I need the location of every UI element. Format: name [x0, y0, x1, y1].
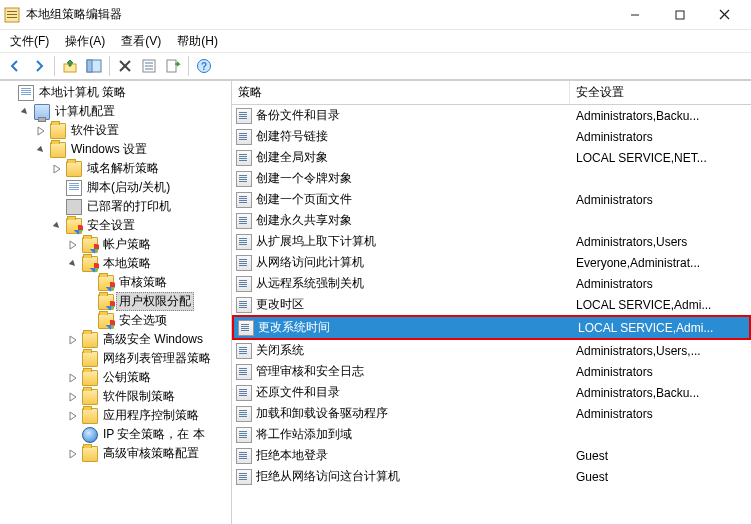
policy-name: 创建全局对象 — [256, 149, 328, 166]
policy-name: 从扩展坞上取下计算机 — [256, 233, 376, 250]
collapse-icon[interactable] — [50, 219, 64, 233]
policy-item-icon — [236, 192, 252, 208]
delete-button[interactable] — [114, 55, 136, 77]
tree-deployed-printers[interactable]: 已部署的打印机 — [50, 197, 231, 216]
list-body[interactable]: 备份文件和目录Administrators,Backu...创建符号链接Admi… — [232, 105, 751, 524]
tree-label: 高级安全 Windows — [100, 330, 206, 349]
tree-security-settings[interactable]: 安全设置 — [50, 216, 231, 235]
help-button[interactable]: ? — [193, 55, 215, 77]
folder-icon — [66, 161, 82, 177]
policy-row[interactable]: 拒绝本地登录Guest — [232, 445, 751, 466]
tree-advanced-audit[interactable]: 高级审核策略配置 — [66, 444, 231, 463]
tree-root[interactable]: 本地计算机 策略 — [2, 83, 231, 102]
tree-local-policies[interactable]: 本地策略 — [66, 254, 231, 273]
policy-item-icon — [236, 406, 252, 422]
tree-user-rights[interactable]: 用户权限分配 — [82, 292, 231, 311]
tree-label: 脚本(启动/关机) — [84, 178, 173, 197]
tree-software-restrict[interactable]: 软件限制策略 — [66, 387, 231, 406]
tree-audit-policy[interactable]: 审核策略 — [82, 273, 231, 292]
collapse-icon[interactable] — [34, 143, 48, 157]
column-header-security[interactable]: 安全设置 — [570, 81, 751, 104]
policy-setting: Administrators,Backu... — [570, 109, 751, 123]
menu-file[interactable]: 文件(F) — [4, 31, 55, 52]
folder-icon — [82, 237, 98, 253]
policy-row[interactable]: 备份文件和目录Administrators,Backu... — [232, 105, 751, 126]
expand-icon[interactable] — [50, 162, 64, 176]
tree-label: 网络列表管理器策略 — [100, 349, 214, 368]
policy-row[interactable]: 从远程系统强制关机Administrators — [232, 273, 751, 294]
menu-action[interactable]: 操作(A) — [59, 31, 111, 52]
policy-row[interactable]: 从扩展坞上取下计算机Administrators,Users — [232, 231, 751, 252]
policy-row[interactable]: 创建一个页面文件Administrators — [232, 189, 751, 210]
menu-view[interactable]: 查看(V) — [115, 31, 167, 52]
policy-row[interactable]: 管理审核和安全日志Administrators — [232, 361, 751, 382]
tree-network-list[interactable]: 网络列表管理器策略 — [66, 349, 231, 368]
tree-security-options[interactable]: 安全选项 — [82, 311, 231, 330]
policy-setting: Administrators,Users — [570, 235, 751, 249]
policy-row[interactable]: 更改时区LOCAL SERVICE,Admi... — [232, 294, 751, 315]
policy-row[interactable]: 关闭系统Administrators,Users,... — [232, 340, 751, 361]
tree-label: 域名解析策略 — [84, 159, 162, 178]
collapse-icon[interactable] — [66, 257, 80, 271]
policy-item-icon — [236, 171, 252, 187]
tree-pane[interactable]: 本地计算机 策略 计算机配置 软件设置 — [0, 81, 232, 524]
policy-row[interactable]: 创建一个令牌对象 — [232, 168, 751, 189]
up-button[interactable] — [59, 55, 81, 77]
tree-scripts[interactable]: 脚本(启动/关机) — [50, 178, 231, 197]
svg-rect-2 — [7, 14, 17, 15]
policy-setting: LOCAL SERVICE,Admi... — [572, 321, 749, 335]
tree-label: Windows 设置 — [68, 140, 150, 159]
client-area: 本地计算机 策略 计算机配置 软件设置 — [0, 80, 751, 524]
policy-item-icon — [236, 385, 252, 401]
policy-name: 拒绝本地登录 — [256, 447, 328, 464]
back-button[interactable] — [4, 55, 26, 77]
expand-icon[interactable] — [66, 238, 80, 252]
computer-icon — [34, 104, 50, 120]
tree-public-key[interactable]: 公钥策略 — [66, 368, 231, 387]
policy-name: 从远程系统强制关机 — [256, 275, 364, 292]
expand-icon[interactable] — [66, 371, 80, 385]
policy-row[interactable]: 将工作站添加到域 — [232, 424, 751, 445]
policy-row[interactable]: 更改系统时间LOCAL SERVICE,Admi... — [234, 317, 749, 338]
menu-help[interactable]: 帮助(H) — [171, 31, 224, 52]
export-button[interactable] — [162, 55, 184, 77]
policy-name: 拒绝从网络访问这台计算机 — [256, 468, 400, 485]
policy-item-icon — [236, 213, 252, 229]
properties-button[interactable] — [138, 55, 160, 77]
highlight-annotation: 更改系统时间LOCAL SERVICE,Admi... — [232, 315, 751, 340]
expand-icon[interactable] — [34, 124, 48, 138]
policy-row[interactable]: 创建全局对象LOCAL SERVICE,NET... — [232, 147, 751, 168]
column-header-policy[interactable]: 策略 — [232, 81, 570, 104]
policy-row[interactable]: 从网络访问此计算机Everyone,Administrat... — [232, 252, 751, 273]
tree-account-policies[interactable]: 帐户策略 — [66, 235, 231, 254]
tree-windows-settings[interactable]: Windows 设置 — [34, 140, 231, 159]
expand-icon[interactable] — [66, 333, 80, 347]
folder-icon — [82, 446, 98, 462]
expand-icon[interactable] — [66, 409, 80, 423]
toolbar: ? — [0, 52, 751, 80]
policy-setting: Guest — [570, 470, 751, 484]
minimize-button[interactable] — [612, 1, 657, 29]
maximize-button[interactable] — [657, 1, 702, 29]
tree-ip-security[interactable]: IP 安全策略，在 本 — [66, 425, 231, 444]
tree-computer-config[interactable]: 计算机配置 — [18, 102, 231, 121]
policy-row[interactable]: 创建永久共享对象 — [232, 210, 751, 231]
policy-setting: Administrators — [570, 277, 751, 291]
tree-dns-policy[interactable]: 域名解析策略 — [50, 159, 231, 178]
expand-icon[interactable] — [66, 447, 80, 461]
collapse-icon[interactable] — [18, 105, 32, 119]
policy-row[interactable]: 加载和卸载设备驱动程序Administrators — [232, 403, 751, 424]
close-button[interactable] — [702, 1, 747, 29]
tree-advanced-firewall[interactable]: 高级安全 Windows — [66, 330, 231, 349]
forward-button[interactable] — [28, 55, 50, 77]
policy-row[interactable]: 拒绝从网络访问这台计算机Guest — [232, 466, 751, 487]
policy-row[interactable]: 还原文件和目录Administrators,Backu... — [232, 382, 751, 403]
policy-item-icon — [236, 297, 252, 313]
show-hide-tree-button[interactable] — [83, 55, 105, 77]
tree-software-settings[interactable]: 软件设置 — [34, 121, 231, 140]
tree-app-control[interactable]: 应用程序控制策略 — [66, 406, 231, 425]
policy-name: 加载和卸载设备驱动程序 — [256, 405, 388, 422]
expand-icon[interactable] — [66, 390, 80, 404]
folder-icon — [82, 332, 98, 348]
policy-row[interactable]: 创建符号链接Administrators — [232, 126, 751, 147]
